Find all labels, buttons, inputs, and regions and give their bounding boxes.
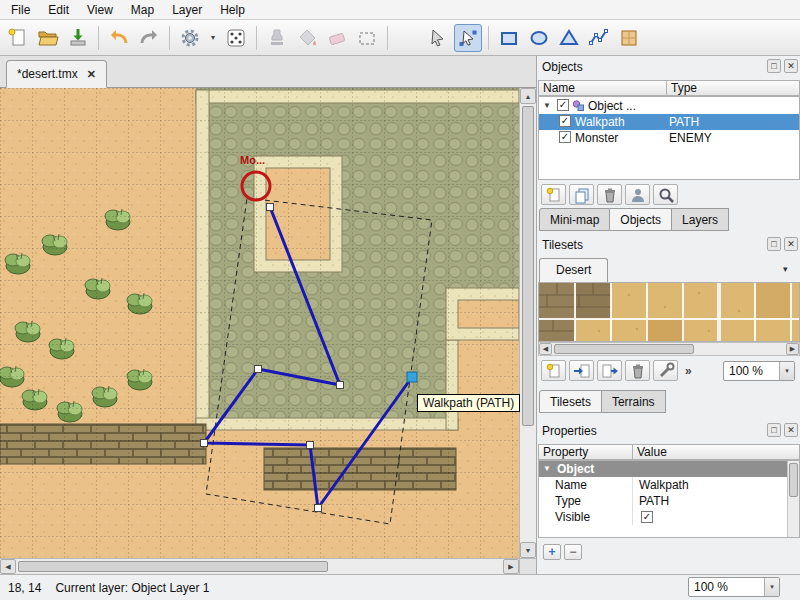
vertical-scroll-thumb[interactable]	[789, 463, 798, 497]
eraser-button[interactable]	[323, 24, 351, 52]
edit-polygons-button[interactable]	[454, 24, 482, 52]
horizontal-scroll-thumb[interactable]	[18, 561, 328, 572]
edit-tileset-button[interactable]	[653, 360, 678, 381]
add-property-button[interactable]: +	[543, 544, 561, 560]
float-dock-button[interactable]: □	[767, 423, 781, 437]
new-tileset-button[interactable]	[541, 360, 566, 381]
menu-edit[interactable]: Edit	[39, 1, 78, 19]
tab-close-icon[interactable]: ✕	[87, 68, 96, 81]
property-row-name[interactable]: Name Walkpath	[539, 477, 799, 493]
execute-command-button[interactable]	[176, 24, 204, 52]
document-tab[interactable]: *desert.tmx ✕	[6, 60, 107, 88]
close-dock-button[interactable]: ✕	[784, 59, 798, 73]
visible-checkbox[interactable]: ✓	[641, 511, 653, 523]
monster-object-row[interactable]: ✓ Monster ENEMY	[539, 130, 799, 146]
tileset-zoom-combo[interactable]: 100 % ▾	[723, 361, 795, 381]
map-canvas[interactable]: Mo...	[0, 88, 519, 558]
property-value[interactable]: Walkpath	[633, 477, 799, 493]
property-row-visible[interactable]: Visible ✓	[539, 509, 799, 525]
tab-objects[interactable]: Objects	[610, 208, 672, 231]
export-tileset-button[interactable]	[597, 360, 622, 381]
walkpath-object-row[interactable]: ✓ Walkpath PATH	[539, 114, 799, 130]
properties-table[interactable]: ▼ Object Name Walkpath Type PATH Visible…	[538, 460, 800, 538]
menu-map[interactable]: Map	[122, 1, 163, 19]
menu-file[interactable]: File	[2, 1, 39, 19]
object-tooltip: Walkpath (PATH)	[417, 394, 520, 412]
menu-help[interactable]: Help	[211, 1, 254, 19]
dropdown-arrow-icon[interactable]: ▾	[764, 578, 779, 596]
column-header-name[interactable]: Name	[538, 80, 667, 96]
insert-rectangle-button[interactable]	[495, 24, 523, 52]
redo-button[interactable]	[135, 24, 163, 52]
column-header-type[interactable]: Type	[666, 80, 800, 96]
select-objects-button[interactable]	[424, 24, 452, 52]
stamp-brush-button[interactable]	[263, 24, 291, 52]
menu-layer[interactable]: Layer	[163, 1, 211, 19]
float-dock-button[interactable]: □	[767, 59, 781, 73]
open-file-button[interactable]	[34, 24, 62, 52]
remove-objects-button[interactable]	[597, 184, 622, 205]
menu-view[interactable]: View	[78, 1, 122, 19]
undo-button[interactable]	[105, 24, 133, 52]
tileset-tab-desert[interactable]: Desert	[539, 258, 608, 282]
scroll-left-button[interactable]: ◀	[0, 559, 16, 574]
canvas-horizontal-scrollbar[interactable]: ◀ ▶	[0, 558, 519, 574]
bucket-fill-button[interactable]	[293, 24, 321, 52]
import-tileset-button[interactable]	[569, 360, 594, 381]
object-layer-icon	[572, 99, 585, 112]
toolbar-overflow-icon[interactable]: »	[685, 364, 692, 378]
properties-scrollbar[interactable]	[787, 461, 799, 537]
menu-bar: File Edit View Map Layer Help	[0, 0, 800, 20]
close-dock-button[interactable]: ✕	[784, 237, 798, 251]
scroll-right-button[interactable]: ▶	[503, 559, 519, 574]
property-row-type[interactable]: Type PATH	[539, 493, 799, 509]
column-header-property[interactable]: Property	[538, 444, 633, 460]
object-visibility-checkbox[interactable]: ✓	[559, 115, 571, 127]
move-objects-button[interactable]	[625, 184, 650, 205]
tileset-view[interactable]	[538, 282, 800, 342]
insert-polyline-button[interactable]	[585, 24, 613, 52]
add-object-layer-button[interactable]	[541, 184, 566, 205]
duplicate-objects-button[interactable]	[569, 184, 594, 205]
remove-property-button[interactable]: −	[564, 544, 582, 560]
map-zoom-combo[interactable]: 100 % ▾	[688, 577, 780, 597]
selected-vertex-handle[interactable]	[407, 372, 417, 382]
random-mode-button[interactable]	[222, 24, 250, 52]
vertical-scroll-thumb[interactable]	[522, 106, 534, 426]
tab-layers[interactable]: Layers	[672, 208, 729, 231]
new-file-button[interactable]	[4, 24, 32, 52]
scroll-left-button[interactable]: ◀	[539, 343, 552, 355]
object-layer-row[interactable]: ▼ ✓ Object ...	[539, 98, 799, 114]
horizontal-scroll-thumb[interactable]	[554, 344, 694, 354]
tab-mini-map[interactable]: Mini-map	[539, 208, 610, 231]
property-group-row[interactable]: ▼ Object	[539, 461, 799, 477]
save-button[interactable]	[64, 24, 92, 52]
tab-tilesets[interactable]: Tilesets	[539, 390, 602, 413]
insert-ellipse-button[interactable]	[525, 24, 553, 52]
float-dock-button[interactable]: □	[767, 237, 781, 251]
canvas-vertical-scrollbar[interactable]: ▲ ▼	[519, 88, 536, 558]
rectangular-select-button[interactable]	[353, 24, 381, 52]
scroll-up-button[interactable]: ▲	[520, 88, 536, 104]
insert-tile-button[interactable]	[615, 24, 643, 52]
objects-tree[interactable]: ▼ ✓ Object ... ✓ Walkpath PATH ✓ Monster…	[538, 96, 800, 180]
scroll-down-button[interactable]: ▼	[520, 542, 536, 558]
command-dropdown-button[interactable]: ▾	[206, 24, 220, 52]
layer-visibility-checkbox[interactable]: ✓	[557, 99, 569, 111]
dropdown-arrow-icon[interactable]: ▾	[779, 362, 794, 380]
property-value[interactable]: PATH	[633, 493, 799, 509]
stamp-icon	[266, 27, 288, 49]
remove-tileset-button[interactable]	[625, 360, 650, 381]
object-visibility-checkbox[interactable]: ✓	[559, 131, 571, 143]
tileset-horizontal-scrollbar[interactable]: ◀ ▶	[538, 342, 800, 356]
column-header-value[interactable]: Value	[632, 444, 800, 460]
tab-terrains[interactable]: Terrains	[602, 390, 666, 413]
tiled-map-editor-window: File Edit View Map Layer Help	[0, 0, 800, 600]
expander-icon[interactable]: ▼	[543, 464, 551, 473]
close-dock-button[interactable]: ✕	[784, 423, 798, 437]
expander-icon[interactable]: ▼	[543, 101, 551, 110]
tileset-selector-dropdown-icon[interactable]: ▾	[783, 264, 788, 274]
object-properties-button[interactable]	[653, 184, 678, 205]
scroll-right-button[interactable]: ▶	[786, 343, 799, 355]
insert-polygon-button[interactable]	[555, 24, 583, 52]
